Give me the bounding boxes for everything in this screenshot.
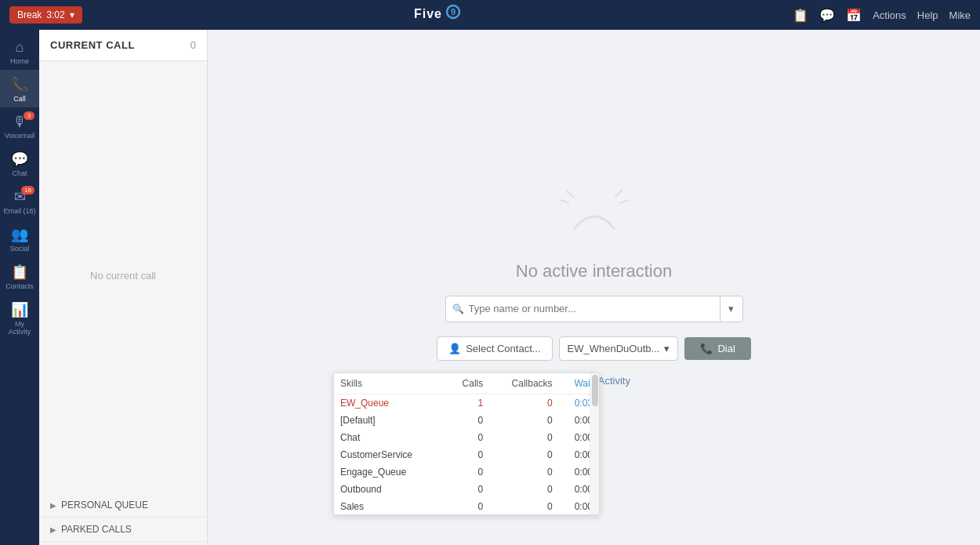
svg-line-4: [561, 200, 568, 203]
skill-name: Chat: [334, 429, 446, 446]
action-row: 👤 Select Contact... EW_WhenDuOutb... ▾ 📞…: [437, 336, 751, 361]
queue-panels: ▶ PERSONAL QUEUE ▶ PARKED CALLS: [39, 490, 207, 545]
break-label: Break: [17, 9, 42, 20]
calls-col-header: Calls: [446, 373, 489, 394]
myactivity-label: My Activity: [3, 320, 36, 336]
chat-icon[interactable]: 💬: [819, 8, 835, 23]
sidebar-item-email[interactable]: ✉ Email (16) 16: [0, 182, 39, 220]
break-time: 3:02: [46, 9, 64, 20]
skills-table-body: EW_Queue 1 0 0:03 [Default] 0 0 0:00 Cha…: [334, 394, 599, 515]
myactivity-icon: 📊: [11, 301, 28, 318]
dial-label: Dial: [717, 343, 735, 354]
search-dropdown-button[interactable]: ▾: [720, 296, 743, 322]
phone-ringing-icon: [559, 189, 630, 244]
email-label: Email (16): [3, 207, 35, 215]
search-input[interactable]: [469, 303, 713, 314]
skills-scrollbar[interactable]: [590, 373, 599, 514]
calendar-icon[interactable]: 📅: [846, 8, 862, 23]
skill-calls: 0: [446, 429, 489, 446]
home-label: Home: [10, 57, 29, 65]
skill-name: EW_Queue: [334, 394, 446, 412]
skills-table: Skills Calls Callbacks Wait EW_Queue 1 0…: [333, 372, 600, 515]
call-icon: 📞: [11, 76, 28, 93]
sidebar-item-chat[interactable]: 💬 Chat: [0, 144, 39, 182]
table-row: Outbound 0 0 0:00: [334, 481, 599, 498]
search-icon: 🔍: [452, 303, 464, 314]
call-label: Call: [13, 95, 26, 103]
skills-scroll-thumb[interactable]: [592, 375, 598, 406]
personal-queue-panel[interactable]: ▶ PERSONAL QUEUE: [39, 493, 207, 518]
topbar-icons: 📋 💬 📅: [793, 8, 862, 23]
parked-calls-label: PARKED CALLS: [61, 524, 132, 535]
skill-name: [Default]: [334, 412, 446, 429]
skill-calls: 0: [446, 446, 489, 463]
dial-phone-icon: 📞: [700, 343, 713, 354]
chat-label: Chat: [12, 169, 27, 177]
campaign-label: EW_WhenDuOutb...: [568, 343, 660, 354]
skill-callbacks: 0: [489, 498, 558, 514]
svg-line-5: [615, 191, 622, 197]
skill-callbacks: 0: [489, 446, 558, 463]
no-active-interaction-text: No active interaction: [516, 261, 672, 282]
campaign-dropdown[interactable]: EW_WhenDuOutb... ▾: [559, 336, 679, 361]
sidebar-count: 0: [191, 39, 196, 51]
table-row: Engage_Queue 0 0 0:00: [334, 463, 599, 481]
skills-col-header: Skills: [334, 373, 446, 394]
table-row: EW_Queue 1 0 0:03: [334, 394, 599, 412]
sidebar: CURRENT CALL 0 No current call ▶ PERSONA…: [39, 30, 208, 545]
callbacks-col-header: Callbacks: [489, 373, 558, 394]
search-input-wrap[interactable]: 🔍: [445, 296, 720, 322]
email-badge: 16: [21, 186, 34, 194]
contacts-label: Contacts: [5, 282, 34, 290]
parked-calls-chevron: ▶: [50, 525, 56, 534]
main-content: No active interaction 🔍 ▾ 👤 Select Conta…: [208, 30, 980, 545]
break-chevron-icon: ▾: [70, 9, 74, 20]
phone-icon-area: [559, 189, 630, 247]
sidebar-item-social[interactable]: 👥 Social: [0, 220, 39, 257]
svg-text:9: 9: [451, 7, 456, 16]
svg-line-6: [620, 200, 628, 203]
sidebar-item-home[interactable]: ⌂ Home: [0, 33, 39, 70]
dial-button[interactable]: 📞 Dial: [684, 337, 750, 360]
social-icon: 👥: [11, 226, 28, 243]
help-menu[interactable]: Help: [917, 9, 938, 21]
skill-name: Engage_Queue: [334, 463, 446, 481]
break-button[interactable]: Break 3:02 ▾: [9, 6, 82, 24]
skill-calls: 0: [446, 498, 489, 514]
personal-queue-label: PERSONAL QUEUE: [61, 500, 148, 510]
social-label: Social: [10, 245, 30, 253]
select-contact-label: Select Contact...: [466, 343, 540, 354]
select-contact-button[interactable]: 👤 Select Contact...: [437, 336, 552, 361]
skills-scroll-area: Skills Calls Callbacks Wait EW_Queue 1 0…: [334, 373, 599, 514]
voicemail-label: Voicemail: [5, 132, 35, 140]
skill-callbacks: 0: [489, 412, 558, 429]
current-call-title: CURRENT CALL: [50, 39, 135, 51]
home-icon: ⌂: [16, 39, 24, 56]
table-row: CustomerService 0 0 0:00: [334, 446, 599, 463]
topbar-right: 📋 💬 📅 Actions Help Mike: [793, 8, 971, 23]
search-row: 🔍 ▾: [445, 296, 743, 322]
skill-callbacks: 0: [489, 481, 558, 498]
campaign-chevron-icon: ▾: [664, 343, 670, 354]
parked-calls-panel[interactable]: ▶ PARKED CALLS: [39, 518, 207, 542]
sidebar-item-call[interactable]: 📞 Call: [0, 70, 39, 107]
sidebar-item-contacts[interactable]: 📋 Contacts: [0, 257, 39, 295]
actions-menu[interactable]: Actions: [873, 9, 906, 21]
svg-text:Five: Five: [414, 7, 442, 20]
notes-icon[interactable]: 📋: [793, 8, 808, 23]
skill-calls: 1: [446, 394, 489, 412]
sidebar-item-voicemail[interactable]: 🎙 Voicemail 3: [0, 107, 39, 144]
skill-name: CustomerService: [334, 446, 446, 463]
sidebar-item-myactivity[interactable]: 📊 My Activity: [0, 295, 39, 340]
table-row: Chat 0 0 0:00: [334, 429, 599, 446]
skill-name: Sales: [334, 498, 446, 514]
skill-name: Outbound: [334, 481, 446, 498]
svg-line-3: [567, 191, 573, 197]
sidebar-header: CURRENT CALL 0: [39, 30, 207, 61]
skill-callbacks: 0: [489, 394, 558, 412]
skill-calls: 0: [446, 412, 489, 429]
chat-nav-icon: 💬: [11, 151, 28, 168]
left-nav: ⌂ Home 📞 Call 🎙 Voicemail 3 💬 Chat ✉ Ema…: [0, 30, 39, 545]
contacts-icon: 📋: [11, 263, 28, 281]
user-menu[interactable]: Mike: [949, 9, 971, 21]
